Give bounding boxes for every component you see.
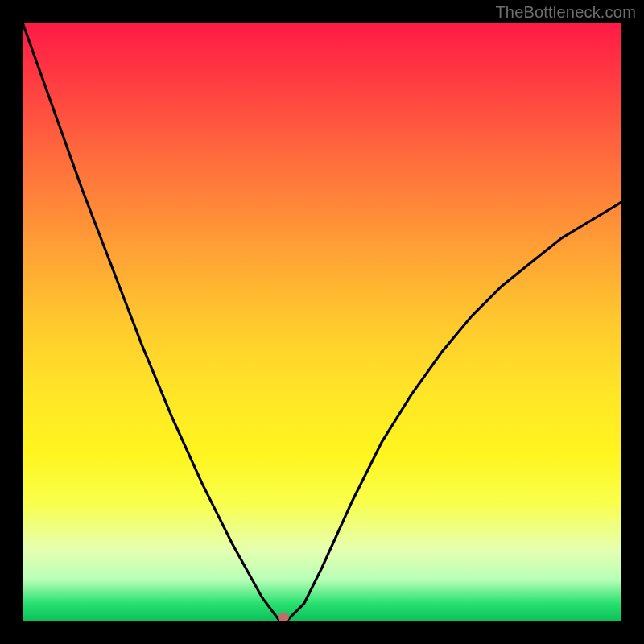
chart-line <box>23 23 621 621</box>
chart-frame: TheBottleneck.com <box>0 0 644 644</box>
chart-plot-area <box>23 23 621 621</box>
watermark-text: TheBottleneck.com <box>495 3 636 22</box>
min-point-marker <box>278 613 289 621</box>
